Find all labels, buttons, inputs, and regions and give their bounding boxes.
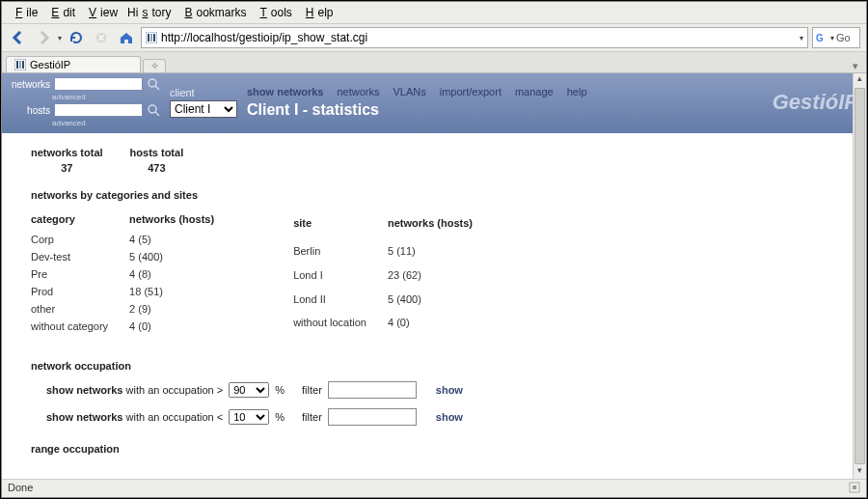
table-row: Lond II5 (400): [293, 287, 494, 311]
scroll-down-icon[interactable]: ▾: [854, 465, 866, 479]
tab-title: GestióIP: [30, 59, 70, 70]
page-content: networks advanced hosts advanced client …: [2, 73, 866, 479]
url-input[interactable]: [161, 31, 796, 44]
scroll-thumb[interactable]: [854, 88, 865, 464]
th-site-networks: networks (hosts): [388, 210, 494, 238]
networks-total-label: networks total: [31, 147, 103, 158]
menu-file[interactable]: File: [8, 4, 41, 21]
vertical-scrollbar[interactable]: ▴ ▾: [853, 73, 866, 479]
filter-label: filter: [302, 384, 322, 396]
occ-gt-bold: show networks: [46, 384, 122, 396]
occ-gt-rest: with an occupation >: [122, 384, 223, 396]
nav-show-networks[interactable]: show networks: [247, 86, 323, 97]
page-title: Client I - statistics: [247, 101, 587, 119]
th-cat-networks: networks (hosts): [129, 210, 235, 231]
menu-bookmarks[interactable]: Bookmarks: [176, 4, 250, 21]
table-row: without category4 (0): [31, 318, 235, 335]
app-topnav: show networks networks VLANs import/expo…: [247, 86, 587, 97]
search-icon[interactable]: [147, 77, 160, 91]
search-engine-dropdown-icon[interactable]: ▾: [830, 34, 834, 42]
occ-lt-filter-input[interactable]: [328, 408, 417, 426]
back-button[interactable]: [8, 28, 29, 47]
filter-label: filter: [302, 411, 322, 423]
svg-rect-10: [22, 61, 24, 69]
nav-vlans[interactable]: VLANs: [393, 86, 426, 97]
history-dropdown-icon[interactable]: ▾: [58, 34, 62, 42]
tab-gestioip[interactable]: GestióIP: [6, 56, 141, 72]
nav-help[interactable]: help: [567, 86, 587, 97]
table-row: without location4 (0): [293, 311, 494, 335]
browser-search-box[interactable]: G ▾ Go: [812, 27, 860, 48]
client-select[interactable]: Client I: [170, 100, 237, 118]
category-table: category networks (hosts) Corp4 (5) Dev-…: [31, 210, 235, 335]
occupation-less-row: show networks with an occupation < 10 % …: [46, 408, 847, 426]
svg-text:G: G: [816, 33, 824, 43]
browser-menubar: File Edit View History Bookmarks Tools H…: [2, 2, 866, 24]
search-icon[interactable]: [147, 103, 160, 117]
svg-rect-9: [19, 61, 21, 69]
statistics-body: networks total 37 hosts total 473 networ…: [2, 133, 866, 474]
home-button[interactable]: [116, 28, 137, 47]
nav-import-export[interactable]: import/export: [440, 86, 502, 97]
tab-favicon-icon: [14, 59, 26, 70]
menu-history[interactable]: History: [123, 4, 175, 21]
table-row: Pre4 (8): [31, 265, 235, 283]
favicon-icon: [146, 32, 157, 43]
nav-networks[interactable]: networks: [337, 86, 379, 97]
nav-manage[interactable]: manage: [515, 86, 554, 97]
svg-line-14: [155, 112, 159, 116]
search-placeholder: Go: [836, 32, 851, 43]
pct-label: %: [275, 411, 285, 423]
occ-lt-show-link[interactable]: show: [436, 411, 463, 423]
browser-tabbar: GestióIP ✧ ▾: [2, 52, 866, 73]
status-text: Done: [8, 482, 33, 495]
search-hosts-label: hosts: [10, 105, 50, 116]
th-category: category: [31, 210, 129, 231]
section-network-occupation: network occupation: [31, 360, 847, 372]
browser-toolbar: ▾ ▾ G ▾ Go: [2, 24, 866, 52]
advanced-hosts-link[interactable]: advanced: [52, 119, 86, 127]
menu-help[interactable]: Help: [298, 4, 338, 21]
svg-rect-8: [16, 61, 18, 69]
menu-tools[interactable]: Tools: [252, 4, 295, 21]
reload-button[interactable]: [66, 28, 87, 47]
scroll-up-icon[interactable]: ▴: [854, 73, 866, 87]
hosts-total-label: hosts total: [130, 147, 184, 158]
occ-lt-select[interactable]: 10: [229, 409, 269, 425]
search-hosts-input[interactable]: [54, 103, 143, 117]
table-row: Dev-test5 (400): [31, 248, 235, 265]
forward-button[interactable]: [33, 28, 54, 47]
brand-logo: GestióIP: [773, 90, 858, 115]
svg-line-12: [155, 86, 159, 90]
client-label: client: [170, 87, 237, 98]
occ-lt-rest: with an occupation <: [122, 411, 223, 423]
search-networks-label: networks: [10, 79, 50, 90]
browser-statusbar: Done: [2, 479, 866, 497]
svg-point-13: [149, 105, 156, 113]
occ-gt-show-link[interactable]: show: [436, 384, 463, 396]
table-row: other2 (9): [31, 300, 235, 318]
table-row: Lond I23 (62): [293, 263, 494, 287]
new-tab-button[interactable]: ✧: [143, 59, 166, 72]
tab-overflow-icon[interactable]: ▾: [849, 60, 862, 72]
svg-rect-3: [150, 34, 152, 42]
site-table: site networks (hosts) Berlin5 (11) Lond …: [293, 210, 494, 335]
advanced-networks-link[interactable]: advanced: [52, 93, 86, 101]
table-row: Berlin5 (11): [293, 238, 494, 263]
menu-edit[interactable]: Edit: [43, 4, 79, 21]
status-security-icon: [849, 482, 860, 495]
table-row: Prod18 (51): [31, 283, 235, 300]
occ-gt-filter-input[interactable]: [328, 381, 417, 399]
pct-label: %: [275, 384, 285, 396]
menu-view[interactable]: View: [81, 4, 122, 21]
svg-rect-2: [148, 34, 149, 42]
url-dropdown-icon[interactable]: ▾: [800, 34, 803, 42]
table-row: Corp4 (5): [31, 231, 235, 248]
app-header: networks advanced hosts advanced client …: [2, 73, 866, 133]
google-icon: G: [815, 31, 828, 44]
stop-button[interactable]: [91, 28, 112, 47]
occ-gt-select[interactable]: 90: [229, 382, 269, 398]
search-networks-input[interactable]: [54, 77, 143, 91]
quick-search-panel: networks advanced hosts advanced: [10, 77, 160, 127]
url-bar[interactable]: ▾: [141, 27, 808, 48]
